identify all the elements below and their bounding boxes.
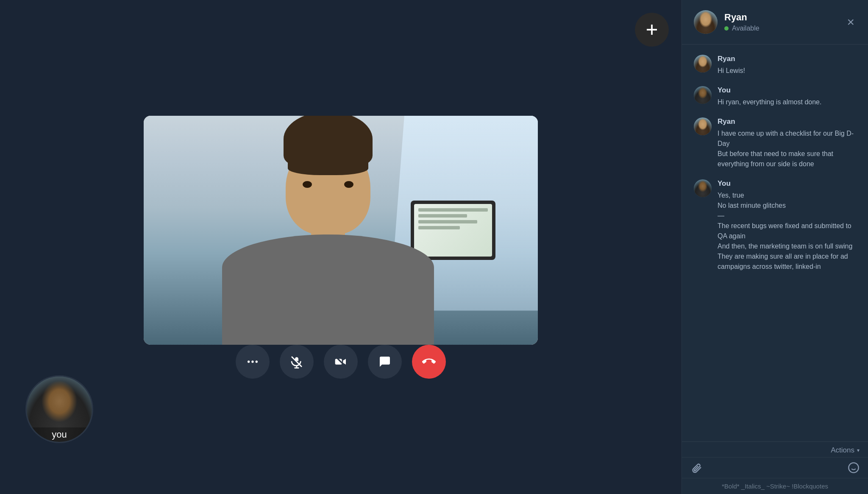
status-dot bbox=[724, 26, 729, 31]
message-avatar bbox=[694, 117, 712, 135]
attach-button[interactable] bbox=[690, 462, 702, 474]
message-sender: You bbox=[718, 179, 856, 188]
emoji-icon bbox=[848, 462, 860, 474]
message-avatar bbox=[694, 55, 712, 73]
message-text: Hi ryan, everything is almost done. bbox=[718, 97, 856, 107]
message-sender: Ryan bbox=[718, 55, 856, 63]
plus-icon bbox=[644, 22, 659, 37]
more-icon bbox=[246, 355, 259, 368]
message-text: Hi Lewis! bbox=[718, 66, 856, 76]
chat-button[interactable] bbox=[368, 345, 402, 379]
chat-icon bbox=[378, 355, 392, 368]
message-sender: Ryan bbox=[718, 117, 856, 126]
chat-footer: Actions ▾ *Bold* _Italics_ ~Strike~ !B bbox=[682, 441, 868, 494]
self-video-thumbnail: you bbox=[25, 375, 93, 443]
person-eye-left bbox=[303, 181, 312, 188]
phone-end-icon bbox=[422, 355, 436, 368]
chevron-down-icon: ▾ bbox=[857, 447, 860, 453]
attach-icon bbox=[690, 462, 702, 474]
chat-contact-avatar bbox=[694, 10, 718, 34]
message-text: Yes, true No last minute glitches — The … bbox=[718, 190, 856, 272]
self-video-label: you bbox=[27, 427, 92, 442]
message-text: I have come up with a checklist for our … bbox=[718, 128, 856, 169]
chat-input-row bbox=[682, 457, 868, 478]
person-body bbox=[222, 234, 434, 345]
status-text: Available bbox=[732, 25, 760, 32]
svg-point-10 bbox=[849, 463, 858, 472]
mic-off-icon bbox=[290, 355, 303, 368]
message-content: You Yes, true No last minute glitches — … bbox=[718, 179, 856, 272]
message-group: You Yes, true No last minute glitches — … bbox=[694, 179, 856, 272]
actions-button[interactable]: Actions ▾ bbox=[831, 446, 860, 455]
message-group: Ryan Hi Lewis! bbox=[694, 55, 856, 76]
video-off-icon bbox=[334, 355, 348, 368]
person-eyes bbox=[303, 181, 353, 188]
message-group: Ryan I have come up with a checklist for… bbox=[694, 117, 856, 169]
message-avatar bbox=[694, 179, 712, 197]
formatting-hint: *Bold* _Italics_ ~Strike~ !Blockquotes bbox=[682, 478, 868, 494]
message-content: Ryan I have come up with a checklist for… bbox=[718, 117, 856, 169]
message-avatar-image bbox=[694, 117, 712, 135]
plus-button[interactable] bbox=[635, 13, 669, 47]
svg-point-3 bbox=[251, 360, 253, 363]
contact-name: Ryan bbox=[724, 12, 838, 23]
chat-header: Ryan Available × bbox=[682, 0, 868, 45]
message-sender: You bbox=[718, 86, 856, 95]
message-avatar-image bbox=[694, 179, 712, 197]
emoji-button[interactable] bbox=[848, 462, 860, 474]
actions-label: Actions bbox=[831, 446, 854, 455]
mute-button[interactable] bbox=[280, 345, 314, 379]
video-area: you bbox=[0, 0, 682, 494]
video-person bbox=[201, 133, 455, 345]
controls-bar bbox=[236, 345, 446, 379]
message-avatar-image bbox=[694, 55, 712, 73]
chat-panel: Ryan Available × Ryan Hi Lewis! bbox=[682, 0, 868, 494]
message-group: You Hi ryan, everything is almost done. bbox=[694, 86, 856, 107]
chat-avatar-image bbox=[694, 10, 718, 34]
close-chat-button[interactable]: × bbox=[845, 13, 856, 31]
video-off-button[interactable] bbox=[324, 345, 358, 379]
svg-point-4 bbox=[256, 360, 258, 363]
contact-status: Available bbox=[724, 25, 838, 32]
chat-header-info: Ryan Available bbox=[724, 12, 838, 32]
messages-area: Ryan Hi Lewis! You Hi ryan, everything i… bbox=[682, 45, 868, 441]
message-content: You Hi ryan, everything is almost done. bbox=[718, 86, 856, 107]
person-eye-right bbox=[344, 181, 353, 188]
main-video bbox=[144, 116, 538, 345]
person-hair bbox=[284, 116, 373, 167]
message-avatar bbox=[694, 86, 712, 104]
end-call-button[interactable] bbox=[412, 345, 446, 379]
chat-input[interactable] bbox=[708, 463, 842, 472]
message-content: Ryan Hi Lewis! bbox=[718, 55, 856, 76]
actions-row: Actions ▾ bbox=[682, 442, 868, 457]
svg-point-2 bbox=[248, 360, 250, 363]
more-options-button[interactable] bbox=[236, 345, 270, 379]
message-avatar-image bbox=[694, 86, 712, 104]
